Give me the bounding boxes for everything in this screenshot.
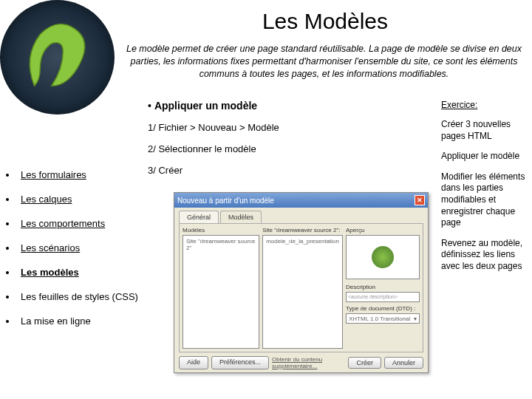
- app-logo: [0, 0, 115, 115]
- list-item[interactable]: Site "dreamweaver source 2": [185, 237, 257, 252]
- exercise-item: Modifier les éléments dans les parties m…: [441, 171, 526, 229]
- dialog-titlebar: Nouveau à partir d'un modèle ✕: [174, 193, 428, 208]
- dialog-sites-column: Modèles Site "dreamweaver source 2": [183, 227, 259, 349]
- dtd-select[interactable]: XHTML 1.0 Transitional ▾: [346, 313, 420, 324]
- sidebar-item-scenarios[interactable]: Les scénarios: [0, 236, 144, 260]
- sidebar-item-label: Les scénarios: [21, 242, 80, 253]
- bullet-icon: [6, 222, 9, 225]
- preview-label: Aperçu: [346, 227, 420, 233]
- description-field: <aucune description>: [346, 292, 420, 302]
- tab-models[interactable]: Modèles: [220, 211, 262, 223]
- exercise-column: Exercice: Créer 3 nouvelles pages HTML A…: [441, 100, 526, 282]
- bullet-icon: [6, 174, 9, 177]
- sites-list[interactable]: Site "dreamweaver source 2": [183, 235, 259, 349]
- sidebar-item-label: Les modèles: [21, 267, 79, 278]
- dialog-body: Modèles Site "dreamweaver source 2" Site…: [179, 223, 423, 352]
- column-label: Site "dreamweaver source 2":: [262, 227, 343, 233]
- sidebar-item-calques[interactable]: Les calques: [0, 187, 144, 211]
- exercise-title: Exercice:: [441, 100, 526, 110]
- new-template-dialog: Nouveau à partir d'un modèle ✕ Général M…: [174, 192, 429, 373]
- dtd-label: Type de document (DTD) :: [346, 305, 420, 312]
- bullet-icon: [6, 296, 9, 299]
- sidebar-item-css[interactable]: Les feuilles de styles (CSS): [0, 284, 144, 309]
- step-3: 3/ Créer: [148, 165, 440, 176]
- dreamweaver-icon: [372, 246, 394, 268]
- dialog-tabs: Général Modèles: [174, 208, 428, 223]
- sidebar-nav: Les formulaires Les calques Les comporte…: [0, 163, 144, 333]
- sidebar-item-comportements[interactable]: Les comportements: [0, 211, 144, 236]
- sidebar-item-label: La mise en ligne: [21, 316, 91, 327]
- list-item[interactable]: modele_de_la_presentation: [265, 237, 341, 245]
- exercise-item: Créer 3 nouvelles pages HTML: [441, 119, 526, 142]
- close-button[interactable]: ✕: [415, 195, 425, 205]
- sidebar-item-label: Les formulaires: [21, 169, 86, 180]
- preview-box: [346, 235, 420, 279]
- step-2: 2/ Sélectionner le modèle: [148, 143, 440, 154]
- bullet-icon: [6, 271, 9, 274]
- chevron-down-icon: ▾: [414, 316, 417, 322]
- sidebar-item-formulaires[interactable]: Les formulaires: [0, 163, 144, 187]
- help-button[interactable]: Aide: [179, 356, 208, 369]
- sidebar-item-label: Les comportements: [21, 218, 105, 229]
- bullet-icon: [6, 198, 9, 201]
- exercise-item: Appliquer le modèle: [441, 151, 526, 163]
- sidebar-item-label: Les feuilles de styles (CSS): [21, 291, 138, 302]
- page-title: Les Modèles: [118, 9, 532, 34]
- cancel-button[interactable]: Annuler: [384, 357, 423, 369]
- step-1: 1/ Fichier > Nouveau > Modèle: [148, 122, 440, 133]
- exercise-item: Revenez au modèle, définissez les liens …: [441, 238, 526, 273]
- dialog-templates-column: Site "dreamweaver source 2": modele_de_l…: [262, 227, 343, 349]
- bullet-icon: [6, 247, 9, 250]
- main-content: •Appliquer un modèle 1/ Fichier > Nouvea…: [148, 100, 440, 186]
- sidebar-item-label: Les calques: [21, 194, 72, 205]
- sidebar-item-modeles[interactable]: Les modèles: [0, 260, 144, 284]
- column-label: Modèles: [183, 227, 259, 233]
- dialog-title: Nouveau à partir d'un modèle: [177, 197, 274, 205]
- description-label: Description: [346, 284, 420, 290]
- extra-content-link[interactable]: Obtenir du contenu supplémentaire...: [272, 356, 348, 369]
- tab-general[interactable]: Général: [179, 211, 219, 223]
- dialog-preview-column: Aperçu Description <aucune description> …: [346, 227, 420, 349]
- intro-text: Le modèle permet de créer une page stand…: [122, 43, 526, 81]
- prefs-button[interactable]: Préférences...: [211, 356, 269, 369]
- sidebar-item-mise-en-ligne[interactable]: La mise en ligne: [0, 309, 144, 333]
- bullet-icon: [6, 320, 9, 323]
- templates-list[interactable]: modele_de_la_presentation: [262, 235, 343, 349]
- subheading: •Appliquer un modèle: [148, 100, 440, 112]
- dialog-footer: Aide Préférences... Obtenir du contenu s…: [179, 356, 423, 369]
- create-button[interactable]: Créer: [348, 357, 381, 369]
